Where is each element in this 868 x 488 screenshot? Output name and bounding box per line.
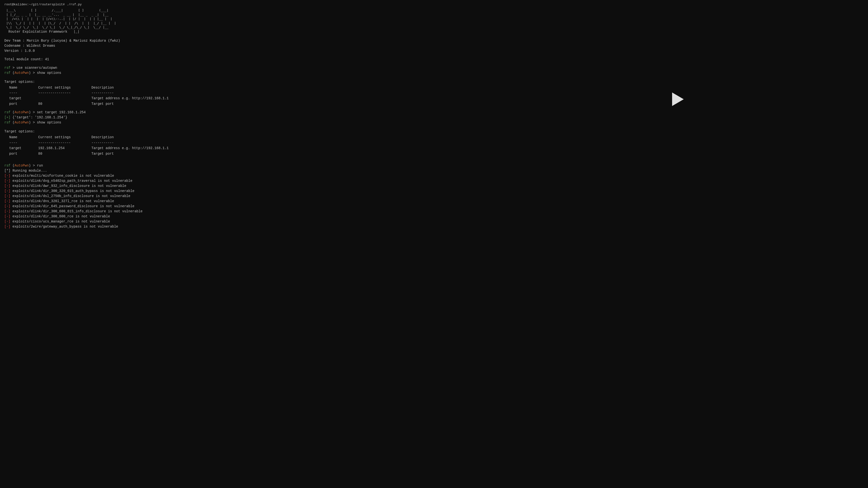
col-desc-header-2: Description (91, 135, 114, 140)
vuln-result-2: [-] exploits/dlink/dwr_932_info_disclosu… (4, 183, 864, 189)
col-settings-div: ---------------- (38, 90, 91, 96)
terminal-title: root@kalidev:~/git/routersploit# ./rsf.p… (4, 2, 864, 7)
autopwn-label-4: AutoPwn (14, 164, 29, 168)
cmd2-paren-open: ( (12, 71, 14, 75)
col-settings-div-2: ---------------- (38, 140, 91, 145)
port-name-1: port (9, 101, 38, 107)
cmd5-paren-close: ) > run (29, 164, 43, 168)
cmd4-paren-open: ( (12, 120, 14, 124)
play-button[interactable] (670, 92, 684, 107)
vuln-text-9: exploits/cisco/ucs_manager_rce is not vu… (10, 220, 110, 223)
minus-bracket-1: [-] (4, 179, 10, 183)
port-settings-1: 80 (38, 101, 91, 107)
port-desc-2: Target port (91, 151, 114, 156)
target-name-1: target (9, 96, 38, 101)
vuln-results-container: [-] exploits/multi/misfortune_cookie is … (4, 173, 864, 229)
vuln-text-1: exploits/dlink/dvg_n5402sp_path_traversa… (10, 179, 132, 183)
cmd2-paren-close: ) > show options (29, 71, 61, 75)
cmd1-line: rsf > use scanners/autopwn (4, 65, 864, 70)
terminal-window: root@kalidev:~/git/routersploit# ./rsf.p… (0, 0, 868, 488)
vuln-result-6: [-] exploits/dlink/dir_645_password_disc… (4, 204, 864, 209)
framework-label: Router Exploitation Framework |_| (4, 30, 864, 34)
vuln-result-4: [-] exploits/dlink/dsl_2750b_info_disclo… (4, 194, 864, 199)
target-options-header-1: Target options: (4, 79, 864, 85)
col-desc-div: ----------- (91, 90, 114, 96)
ascii-art-logo: |___\ [ ] /.___| [ ] (___| | |_/__ _ _ |… (4, 8, 864, 30)
autopwn-label-2: AutoPwn (14, 110, 29, 114)
framework-text: Router Exploitation Framework |_| (4, 30, 80, 34)
minus-bracket-4: [-] (4, 194, 10, 198)
port-name-2: port (9, 151, 38, 156)
vuln-result-10: [-] exploits/2wire/gateway_auth_bypass i… (4, 224, 864, 229)
table-divider-row-2: ---- ---------------- ----------- (9, 140, 864, 145)
vuln-text-5: exploits/dlink/dns_320l_327l_rce is not … (10, 199, 114, 203)
vuln-text-10: exploits/2wire/gateway_auth_bypass is no… (10, 225, 118, 229)
col-settings-header-2: Current settings (38, 135, 91, 140)
minus-bracket-6: [-] (4, 204, 10, 208)
cmd4-paren-close: ) > show options (29, 120, 61, 124)
cmd3-paren-close: ) > set target 192.168.1.254 (29, 110, 86, 114)
vuln-text-7: exploits/dlink/dir_300_600_615_info_disc… (10, 209, 143, 213)
table-header-row-1: Name Current settings Description (9, 85, 864, 90)
target-options-header-2: Target options: (4, 128, 864, 135)
minus-bracket-3: [-] (4, 189, 10, 193)
star-bracket-1: [*] (4, 169, 10, 173)
col-name-header-2: Name (9, 135, 38, 140)
target-settings-2: 192.168.1.254 (38, 145, 91, 151)
rsf-prompt-5: rsf (4, 164, 10, 168)
minus-bracket-7: [-] (4, 209, 10, 213)
codename-line: Codename : Wildest Dreams (4, 43, 864, 49)
table-row-port-1: port 80 Target port (9, 101, 864, 107)
minus-bracket-10: [-] (4, 225, 10, 229)
vuln-text-3: exploits/dlink/dir_300_320_615_auth_bypa… (10, 189, 134, 193)
table-row-target-2: target 192.168.1.254 Target address e.g.… (9, 145, 864, 151)
rsf-prompt-3: rsf (4, 110, 10, 114)
target-name-2: target (9, 145, 38, 151)
autopwn-label-1: AutoPwn (14, 71, 29, 75)
rsf-prompt-2: rsf (4, 71, 10, 75)
cmd3-line: rsf (AutoPwn) > set target 192.168.1.254 (4, 110, 864, 115)
target-desc-1: Target address e.g. http://192.168.1.1 (91, 96, 168, 101)
vuln-text-6: exploits/dlink/dir_645_password_disclosu… (10, 204, 134, 208)
table-divider-row-1: ---- ---------------- ----------- (9, 90, 864, 96)
cmd4-line: rsf (AutoPwn) > show options (4, 120, 864, 125)
col-name-div-2: ---- (9, 140, 38, 145)
minus-bracket-2: [-] (4, 184, 10, 188)
table-row-target-1: target Target address e.g. http://192.16… (9, 96, 864, 101)
vuln-text-0: exploits/multi/misfortune_cookie is not … (10, 174, 114, 178)
table-header-row-2: Name Current settings Description (9, 135, 864, 140)
minus-bracket-9: [-] (4, 220, 10, 223)
port-desc-1: Target port (91, 101, 114, 107)
rsf-prompt-1: rsf (4, 66, 10, 70)
col-name-header: Name (9, 85, 38, 90)
vuln-result-8: [-] exploits/dlink/dir_300_600_rce is no… (4, 214, 864, 219)
col-desc-header: Description (91, 85, 114, 90)
minus-bracket-5: [-] (4, 199, 10, 203)
vuln-result-3: [-] exploits/dlink/dir_300_320_615_auth_… (4, 189, 864, 194)
module-count-line: Total module count: 41 (4, 57, 864, 62)
cmd2-line: rsf (AutoPwn) > show options (4, 70, 864, 76)
run-start-text: Running module... (12, 169, 47, 173)
cmd5-paren-open: ( (12, 164, 14, 168)
play-triangle-icon (672, 92, 684, 106)
cmd1-text: > use scanners/autopwn (12, 66, 57, 70)
autopwn-label-3: AutoPwn (14, 120, 29, 124)
minus-bracket-0: [-] (4, 174, 10, 178)
version-line: Version : 1.0.0 (4, 49, 864, 54)
table-row-port-2: port 80 Target port (9, 151, 864, 156)
col-desc-div-2: ----------- (91, 140, 114, 145)
table-1: Name Current settings Description ---- -… (9, 85, 864, 107)
cmd3-response-line: [+] {'target': '192.168.1.254'} (4, 115, 864, 120)
cmd3-paren-open: ( (12, 110, 14, 114)
rsf-prompt-4: rsf (4, 120, 10, 124)
vuln-text-2: exploits/dlink/dwr_932_info_disclosure i… (10, 184, 126, 188)
col-settings-header: Current settings (38, 85, 91, 90)
dev-team-line: Dev Team : Marcin Bury (lucyoa) & Marius… (4, 38, 864, 43)
target-desc-2: Target address e.g. http://192.168.1.1 (91, 145, 168, 151)
cmd5-line: rsf (AutoPwn) > run (4, 163, 864, 168)
minus-bracket-8: [-] (4, 214, 10, 218)
vuln-text-4: exploits/dlink/dsl_2750b_info_disclosure… (10, 194, 130, 198)
cmd3-response-text: {'target': '192.168.1.254'} (12, 115, 67, 119)
table-2: Name Current settings Description ---- -… (9, 135, 864, 156)
run-start-line: [*] Running module... (4, 168, 864, 173)
